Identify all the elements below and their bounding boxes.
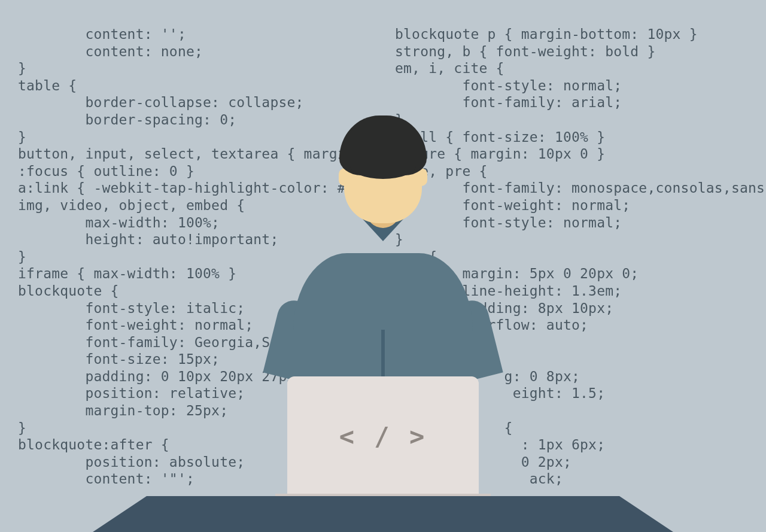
code-brackets-icon: < / > [339, 422, 427, 451]
illustration-stage: content: ''; content: none; } table { bo… [0, 0, 766, 532]
desk [147, 496, 619, 532]
torso [293, 253, 473, 379]
programmer-figure [287, 163, 479, 379]
laptop-screen: < / > [287, 376, 479, 496]
shirt-placket [381, 330, 385, 384]
